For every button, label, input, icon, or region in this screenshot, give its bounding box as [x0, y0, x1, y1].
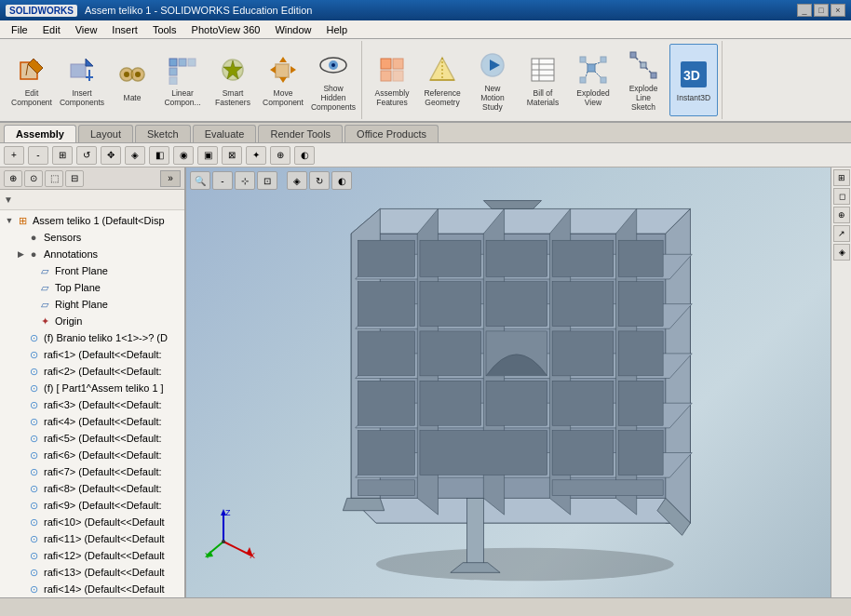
tree-label-7: (f) Branio teliko 1<1>->? (D: [44, 332, 168, 343]
exploded-view-button[interactable]: ExplodedView: [569, 44, 617, 116]
tree-expand-2[interactable]: ▶: [15, 248, 26, 260]
tree-item-13[interactable]: ⊙rafi<5> (Default<<Default:: [0, 430, 184, 447]
instant3d-button[interactable]: 3D Instant3D: [669, 44, 718, 116]
tree-item-2[interactable]: ▶●Annotations: [0, 246, 184, 262]
tree-item-17[interactable]: ⊙rafi<9> (Default<<Default:: [0, 497, 184, 514]
mate-button[interactable]: Mate: [108, 44, 156, 116]
view-orient-button[interactable]: ◈: [125, 146, 145, 165]
tree-item-12[interactable]: ⊙rafi<4> (Default<<Default:: [0, 413, 184, 430]
tree-item-8[interactable]: ⊙rafi<1> (Default<<Default:: [0, 346, 184, 363]
motion-study-button[interactable]: NewMotionStudy: [468, 44, 517, 116]
pan-button[interactable]: ✥: [101, 146, 121, 165]
scene-button[interactable]: ⊠: [222, 146, 242, 165]
svg-rect-11: [169, 59, 177, 66]
menu-help[interactable]: Help: [319, 22, 356, 37]
show-hidden-label: ShowHiddenComponents: [311, 84, 356, 113]
right-icon-3[interactable]: ⊕: [833, 207, 850, 223]
svg-text:3D: 3D: [683, 68, 700, 83]
zoom-fit-button[interactable]: ⊞: [52, 146, 73, 165]
tab-assembly[interactable]: Assembly: [4, 125, 76, 142]
linear-component-button[interactable]: LinearCompon...: [158, 44, 207, 116]
panel-btn-3[interactable]: ⬚: [45, 170, 63, 187]
tree-item-4[interactable]: ▱Top Plane: [0, 279, 184, 296]
edit-component-button[interactable]: EditComponent: [7, 44, 56, 116]
right-icon-5[interactable]: ◈: [833, 244, 850, 261]
tab-office-products[interactable]: Office Products: [344, 125, 439, 142]
tree-item-10[interactable]: ⊙(f) [ Part1^Assem teliko 1 ]: [0, 380, 184, 396]
right-icon-4[interactable]: ↗: [833, 225, 850, 242]
insert-components-button[interactable]: InsertComponents: [58, 44, 106, 116]
tree-item-11[interactable]: ⊙rafi<3> (Default<<Default:: [0, 396, 184, 413]
tree-label-8: rafi<1> (Default<<Default:: [44, 349, 162, 360]
tree-label-2: Annotations: [44, 248, 98, 260]
tree-label-14: rafi<6> (Default<<Default:: [44, 449, 162, 461]
tree-expand-0[interactable]: ▼: [4, 215, 15, 226]
tree-item-20[interactable]: ⊙rafi<12> (Default<<Default: [0, 547, 184, 564]
section-button[interactable]: ◧: [149, 146, 169, 165]
menu-photoview[interactable]: PhotoView 360: [184, 22, 268, 37]
tree-item-18[interactable]: ⊙rafi<10> (Default<<Default: [0, 514, 184, 530]
tree-item-3[interactable]: ▱Front Plane: [0, 262, 184, 279]
svg-rect-85: [358, 381, 414, 425]
filter-icon: ▼: [4, 194, 13, 205]
tab-render-tools[interactable]: Render Tools: [258, 125, 343, 142]
tree-icon-plane: ▱: [37, 297, 52, 312]
app-title: Assem teliko 1 - SOLIDWORKS Education Ed…: [85, 5, 797, 16]
reference-geometry-button[interactable]: ReferenceGeometry: [418, 44, 466, 116]
zoom-in-button[interactable]: +: [4, 146, 24, 165]
tree-item-7[interactable]: ⊙(f) Branio teliko 1<1>->? (D: [0, 329, 184, 346]
appearance-button[interactable]: ◉: [173, 146, 194, 165]
menu-file[interactable]: File: [4, 22, 35, 37]
assembly-features-button[interactable]: AssemblyFeatures: [368, 44, 416, 116]
tree-label-5: Right Plane: [55, 299, 108, 310]
right-icon-1[interactable]: ⊞: [833, 169, 850, 186]
menu-tools[interactable]: Tools: [145, 22, 184, 37]
bill-of-materials-button[interactable]: Bill ofMaterials: [519, 44, 567, 116]
tree-item-14[interactable]: ⊙rafi<6> (Default<<Default:: [0, 447, 184, 463]
rotate-button[interactable]: ↺: [76, 146, 97, 165]
menu-edit[interactable]: Edit: [35, 22, 68, 37]
viewport[interactable]: 🔍 - ⊹ ⊡ ◈ ↻ ◐: [186, 167, 831, 597]
move-component-button[interactable]: MoveComponent: [259, 44, 307, 116]
smart-fasteners-button[interactable]: SmartFasteners: [209, 44, 257, 116]
tree-item-22[interactable]: ⊙rafi<14> (Default<<Default: [0, 581, 184, 597]
minimize-button[interactable]: _: [797, 4, 812, 17]
tree-item-6[interactable]: ✦Origin: [0, 313, 184, 329]
tree-item-9[interactable]: ⊙rafi<2> (Default<<Default:: [0, 363, 184, 380]
panel-btn-1[interactable]: ⊕: [4, 170, 22, 187]
tree-item-15[interactable]: ⊙rafi<7> (Default<<Default:: [0, 463, 184, 480]
tab-layout[interactable]: Layout: [78, 125, 133, 142]
panel-btn-2[interactable]: ⊙: [24, 170, 43, 187]
lights-button[interactable]: ✦: [246, 146, 266, 165]
close-button[interactable]: ×: [831, 4, 845, 17]
hide-show-button[interactable]: ◐: [294, 146, 315, 165]
maximize-button[interactable]: □: [814, 4, 829, 17]
show-hidden-button[interactable]: ShowHiddenComponents: [309, 44, 358, 116]
tree-item-0[interactable]: ▼⊞Assem teliko 1 (Default<Disp: [0, 212, 184, 229]
right-icon-2[interactable]: ◻: [833, 188, 850, 205]
svg-rect-15: [169, 77, 177, 85]
tree-label-6: Origin: [55, 315, 82, 327]
display-mode-button[interactable]: ▣: [197, 146, 218, 165]
tree-item-1[interactable]: ●Sensors: [0, 229, 184, 246]
tree-item-19[interactable]: ⊙rafi<11> (Default<<Default: [0, 530, 184, 547]
tab-evaluate[interactable]: Evaluate: [193, 125, 257, 142]
tree-item-16[interactable]: ⊙rafi<8> (Default<<Default:: [0, 480, 184, 497]
panel-collapse-button[interactable]: »: [160, 170, 181, 187]
tab-sketch[interactable]: Sketch: [135, 125, 191, 142]
menu-window[interactable]: Window: [267, 22, 318, 37]
menu-insert[interactable]: Insert: [104, 22, 145, 37]
smart-fasteners-label: SmartFasteners: [215, 88, 250, 107]
assembly-features-icon: [375, 53, 409, 87]
panel-btn-4[interactable]: ⊟: [65, 170, 84, 187]
show-hidden-icon: [317, 48, 350, 82]
tree-item-21[interactable]: ⊙rafi<13> (Default<<Default: [0, 564, 184, 581]
menu-view[interactable]: View: [68, 22, 105, 37]
zoom-out-button[interactable]: -: [28, 146, 48, 165]
explode-line-button[interactable]: ExplodeLineSketch: [619, 44, 668, 116]
tree-label-13: rafi<5> (Default<<Default:: [44, 433, 162, 444]
linear-component-icon: [166, 53, 199, 87]
svg-rect-95: [552, 480, 663, 496]
camera-button[interactable]: ⊕: [270, 146, 290, 165]
tree-item-5[interactable]: ▱Right Plane: [0, 296, 184, 313]
